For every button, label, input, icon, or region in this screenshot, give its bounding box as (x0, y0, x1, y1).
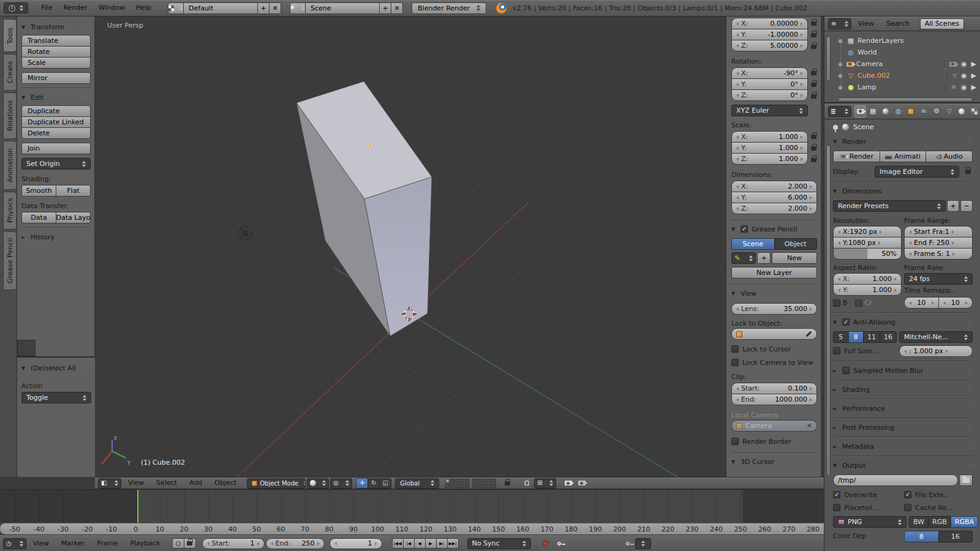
lock-to-object-field[interactable] (731, 328, 817, 340)
panel-drag-dots[interactable]: :: (968, 444, 973, 449)
panel-drag-dots[interactable]: :::: (81, 234, 91, 240)
mode-dropdown[interactable]: Object Mode (247, 478, 306, 489)
gp-datablock-dropdown[interactable]: ✎ (731, 252, 756, 264)
manipulator-scale-toggle[interactable]: ◱ (379, 478, 391, 489)
layer-toggle[interactable] (472, 484, 477, 488)
color-mode-bw[interactable]: BW (909, 516, 929, 528)
menu-select[interactable]: Select (151, 477, 183, 489)
gp-new-button[interactable]: New (772, 252, 817, 264)
panel-header-transform[interactable]: ▼ Transform:::: (21, 21, 91, 32)
crop-checkbox[interactable] (855, 299, 862, 307)
select-arrow-icon[interactable]: ▶ (971, 72, 976, 80)
render-border-row[interactable]: Render Border (731, 436, 818, 447)
viewport-3d[interactable]: z y User Persp (1) Cube.002 (95, 17, 726, 477)
lock-scale-y-button[interactable] (809, 143, 818, 154)
current-frame-marker[interactable] (137, 490, 138, 523)
rotate-button[interactable]: Rotate (21, 46, 91, 58)
aa-samples-5[interactable]: 5 (833, 331, 849, 343)
border-checkbox[interactable] (833, 299, 840, 307)
scale-button[interactable]: Scale (21, 57, 91, 69)
display-mode-dropdown[interactable]: Image Editor (875, 166, 959, 178)
translate-button[interactable]: Translate (21, 35, 91, 47)
editor-type-outliner-dropdown[interactable]: ≡ (828, 18, 851, 29)
lock-time-button[interactable] (184, 538, 196, 549)
scale-y-field[interactable]: Y:1.000 (731, 142, 808, 154)
expand-icon[interactable]: ⊕ (838, 84, 843, 91)
aa-samples-8[interactable]: 8 (848, 331, 864, 343)
select-arrow-icon[interactable]: ▶ (971, 83, 976, 91)
pin-icon[interactable] (833, 125, 838, 130)
output-path-field[interactable]: /tmp/ (833, 474, 958, 486)
layer-toggle[interactable] (450, 484, 454, 488)
panel-header-dimensions[interactable]: ▼ Dimensions:: (833, 186, 973, 197)
panel-drag-dots[interactable]: :: (968, 425, 973, 430)
layer-toggle[interactable] (477, 484, 481, 488)
cache-result-checkbox[interactable] (904, 504, 911, 511)
dimension-x-field[interactable]: X:2.000 (731, 181, 817, 192)
frame-step-field[interactable]: Frame S: 1 (904, 248, 973, 260)
filter-size-field[interactable]: : 1.000 px (899, 345, 973, 357)
layer-toggle[interactable] (445, 484, 450, 488)
jump-prev-keyframe-button[interactable]: |◀ (403, 538, 415, 549)
remove-preset-button[interactable]: − (960, 200, 973, 212)
pivot-point-dropdown[interactable]: ◎ (330, 478, 352, 489)
auto-keyframe-button[interactable] (540, 538, 552, 549)
sync-mode-dropdown[interactable]: No Sync (467, 538, 531, 549)
menu-object[interactable]: Object (209, 477, 242, 489)
tab-constraints[interactable]: ∞ (918, 105, 930, 118)
menu-tl-view[interactable]: View (28, 538, 55, 550)
use-preview-range-button[interactable] (172, 538, 184, 549)
transform-orientation-dropdown[interactable]: Global (395, 478, 439, 489)
delete-scene-button[interactable]: ✕ (391, 2, 403, 14)
panel-drag-dots[interactable]: :: (968, 320, 973, 325)
panel-header-output[interactable]: ▼ Output:: (833, 460, 973, 471)
play-button[interactable]: ▶ (425, 538, 437, 549)
tab-world[interactable]: ◍ (892, 105, 905, 118)
select-arrow-icon[interactable]: ▶ (971, 60, 976, 68)
layer-toggle[interactable] (455, 479, 459, 483)
tab-texture[interactable] (968, 105, 980, 118)
menu-tl-playback[interactable]: Playback (124, 538, 165, 550)
snap-toggle-button[interactable]: Ω (521, 478, 533, 489)
layer-toggle[interactable] (455, 484, 459, 488)
region-splitter-notch[interactable] (17, 340, 36, 356)
keying-set-dropdown[interactable] (635, 538, 651, 549)
lock-scale-x-button[interactable] (809, 131, 818, 143)
render-still-button[interactable]: Render (833, 151, 880, 162)
tab-grease-pencil[interactable]: Grease Pencil (3, 231, 16, 290)
dimension-z-field[interactable]: Z:2.000 (731, 203, 817, 214)
panel-drag-dots[interactable]: :::: (82, 365, 91, 371)
insert-keyframe-button[interactable] (622, 538, 634, 549)
dimension-y-field[interactable]: Y:6.000 (731, 192, 817, 203)
layer-toggle[interactable] (487, 484, 491, 488)
frame-start-field[interactable]: Start:1 (202, 538, 265, 549)
properties-vscrollbar[interactable] (826, 145, 831, 476)
panel-header-render[interactable]: ▼ Render:: (833, 136, 973, 147)
layer-toggle[interactable] (465, 479, 469, 483)
outliner-item-camera[interactable]: ⊕ Camera |◉▶ (831, 58, 978, 70)
eye-icon[interactable]: ◉ (961, 60, 967, 68)
gp-source-object-toggle[interactable]: Object (774, 238, 818, 250)
layer-toggle[interactable] (492, 479, 496, 483)
file-format-dropdown[interactable]: PNG (833, 516, 907, 528)
panel-header-performance[interactable]: ► Performance:: (833, 403, 973, 414)
expand-icon[interactable]: ⊕ (838, 38, 843, 44)
color-depth-8[interactable]: 8 (904, 531, 939, 542)
aspect-x-field[interactable]: X:1.000 (833, 273, 902, 285)
rotation-x-field[interactable]: X:-90° (731, 67, 808, 79)
full-sample-row[interactable]: Full Sam... (833, 345, 897, 356)
scale-z-field[interactable]: Z:1.000 (731, 153, 808, 165)
aa-filter-dropdown[interactable]: Mitchell-Ne... (899, 331, 973, 343)
lock-rotation-y-button[interactable] (809, 79, 818, 91)
current-frame-field[interactable]: 1 (330, 538, 382, 549)
eye-icon[interactable]: ◉ (961, 72, 967, 80)
grease-pencil-checkbox[interactable]: ✓ (741, 225, 748, 233)
tab-relations[interactable]: Relations (3, 92, 16, 139)
resolution-y-field[interactable]: Y:1080 px (833, 237, 902, 249)
tab-material[interactable] (956, 105, 968, 118)
tab-render[interactable] (854, 105, 867, 118)
color-mode-rgb[interactable]: RGB (928, 516, 951, 528)
panel-header-grease-pencil[interactable]: ▼ ✓ Grease Pencil (731, 223, 818, 234)
outliner-vscrollbar[interactable] (826, 36, 831, 81)
layer-toggle[interactable] (460, 484, 464, 488)
